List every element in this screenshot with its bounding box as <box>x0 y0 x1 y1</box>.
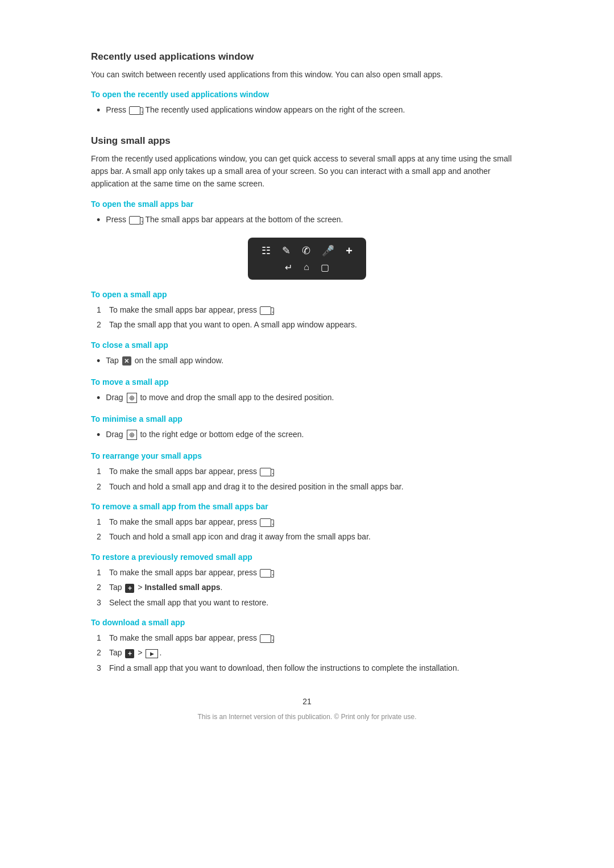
num-1b: 2 <box>97 318 109 331</box>
using-small-apps-intro: From the recently used applications wind… <box>91 152 523 190</box>
move-icon: ⊕ <box>127 393 137 403</box>
page-number: 21 <box>91 697 523 706</box>
subsection-remove-small-app-title: To remove a small app from the small app… <box>91 502 523 511</box>
plus-icon: + <box>125 584 134 593</box>
subsection-restore-small-app-title: To restore a previously removed small ap… <box>91 553 523 562</box>
numbered-item-4a: 1 To make the small apps bar appear, pre… <box>97 566 523 579</box>
numbered-item-5c: 3 Find a small app that you want to down… <box>97 662 523 674</box>
bullet-open-small-apps-bar: • Press . The small apps bar appears at … <box>91 213 523 227</box>
pencil-icon: ✎ <box>282 244 291 257</box>
move-icon-2: ⊕ <box>127 430 137 440</box>
bullet-dot-2: • <box>97 213 100 227</box>
numbered-download-small-app: 1 To make the small apps bar appear, pre… <box>91 632 523 674</box>
bullet-close-small-app-text: Tap ✕ on the small app window. <box>106 354 223 367</box>
num-1a: 1 <box>97 304 109 316</box>
num-5c: 3 <box>97 662 109 674</box>
grid-icon: ☷ <box>262 244 271 257</box>
numbered-rearrange-small-apps: 1 To make the small apps bar appear, pre… <box>91 465 523 493</box>
num-5a: 1 <box>97 632 109 644</box>
text-1a: To make the small apps bar appear, press… <box>109 304 274 316</box>
footer-text: This is an Internet version of this publ… <box>91 713 523 721</box>
page: Recently used applications window You ca… <box>0 0 614 868</box>
numbered-item-4c: 3 Select the small app that you want to … <box>97 596 523 609</box>
numbered-open-small-app: 1 To make the small apps bar appear, pre… <box>91 304 523 331</box>
bullet-close-small-app: • Tap ✕ on the small app window. <box>91 354 523 368</box>
subsection-minimise-small-app-title: To minimise a small app <box>91 414 523 423</box>
text-5c: Find a small app that you want to downlo… <box>109 662 459 674</box>
back-arrow-icon: ↵ <box>285 262 292 273</box>
subsection-rearrange-small-apps-title: To rearrange your small apps <box>91 451 523 460</box>
window-icon: ▢ <box>321 262 329 273</box>
bullet-minimise-small-app: • Drag ⊕ to the right edge or bottom edg… <box>91 428 523 442</box>
rect-button-icon-6 <box>260 569 271 578</box>
text-3a: To make the small apps bar appear, press… <box>109 516 274 528</box>
text-2a: To make the small apps bar appear, press… <box>109 465 274 477</box>
subsection-download-small-app-title: To download a small app <box>91 618 523 627</box>
bullet-move-small-app: • Drag ⊕ to move and drop the small app … <box>91 391 523 405</box>
num-4c: 3 <box>97 596 109 609</box>
subsection-close-small-app-title: To close a small app <box>91 340 523 350</box>
store-icon: ▶ <box>146 649 158 658</box>
num-2b: 2 <box>97 480 109 493</box>
text-3b: Touch and hold a small app icon and drag… <box>109 530 371 543</box>
numbered-item-3b: 2 Touch and hold a small app icon and dr… <box>97 530 523 543</box>
subsection-move-small-app-title: To move a small app <box>91 377 523 387</box>
plus-bar-icon: + <box>346 244 352 258</box>
text-4a: To make the small apps bar appear, press… <box>109 566 274 579</box>
rect-button-icon-7 <box>260 634 271 643</box>
recently-used-title: Recently used applications window <box>91 51 523 63</box>
recently-used-intro: You can switch between recently used app… <box>91 68 523 81</box>
num-4a: 1 <box>97 566 109 579</box>
numbered-restore-small-app: 1 To make the small apps bar appear, pre… <box>91 566 523 609</box>
num-2a: 1 <box>97 465 109 477</box>
numbered-item-3a: 1 To make the small apps bar appear, pre… <box>97 516 523 528</box>
numbered-item-1b: 2 Tap the small app that you want to ope… <box>97 318 523 331</box>
numbered-item-2b: 2 Touch and hold a small app and drag it… <box>97 480 523 493</box>
num-3a: 1 <box>97 516 109 528</box>
bullet-open-small-apps-bar-text: Press . The small apps bar appears at th… <box>106 213 343 226</box>
num-4b: 2 <box>97 581 109 593</box>
bullet-dot: • <box>97 103 100 118</box>
numbered-item-5b: 2 Tap + > ▶. <box>97 646 523 659</box>
rect-button-icon-2 <box>129 216 140 225</box>
using-small-apps-title: Using small apps <box>91 135 523 147</box>
rect-button-icon-4 <box>260 468 271 476</box>
using-small-apps-section: Using small apps From the recently used … <box>91 135 523 675</box>
timer-icon: ✆ <box>302 244 310 257</box>
rect-button-icon <box>129 106 140 115</box>
text-2b: Touch and hold a small app and drag it t… <box>109 480 404 493</box>
bullet-minimise-small-app-text: Drag ⊕ to the right edge or bottom edge … <box>106 428 304 441</box>
plus-icon-2: + <box>125 649 134 658</box>
text-5a: To make the small apps bar appear, press… <box>109 632 274 644</box>
numbered-item-5a: 1 To make the small apps bar appear, pre… <box>97 632 523 644</box>
text-1b: Tap the small app that you want to open.… <box>109 318 357 331</box>
bullet-open-recently-used: • Press . The recently used applications… <box>91 103 523 118</box>
bullet-move-small-app-text: Drag ⊕ to move and drop the small app to… <box>106 391 334 404</box>
subsection-open-small-apps-bar-title: To open the small apps bar <box>91 200 523 209</box>
bullet-dot-3: • <box>97 354 100 368</box>
home-icon: ⌂ <box>304 262 309 272</box>
numbered-remove-small-app: 1 To make the small apps bar appear, pre… <box>91 516 523 543</box>
bullet-dot-4: • <box>97 391 100 405</box>
bullet-open-recently-used-text: Press . The recently used applications w… <box>106 103 405 116</box>
num-5b: 2 <box>97 646 109 659</box>
subsection-open-small-app-title: To open a small app <box>91 290 523 299</box>
recently-used-section: Recently used applications window You ca… <box>91 51 523 118</box>
numbered-item-1a: 1 To make the small apps bar appear, pre… <box>97 304 523 316</box>
subsection-open-recently-used-title: To open the recently used applications w… <box>91 90 523 99</box>
text-5b: Tap + > ▶. <box>109 646 161 659</box>
num-3b: 2 <box>97 530 109 543</box>
text-4c: Select the small app that you want to re… <box>109 596 268 609</box>
rect-button-icon-3 <box>260 306 271 315</box>
small-apps-bar-image: ☷ ✎ ✆ 🎤 + ↵ ⌂ ▢ <box>91 238 523 280</box>
text-4b: Tap + > Installed small apps. <box>109 581 222 593</box>
x-icon: ✕ <box>122 356 131 366</box>
rect-button-icon-5 <box>260 518 271 527</box>
microphone-icon: 🎤 <box>322 244 334 257</box>
bullet-dot-5: • <box>97 428 100 442</box>
numbered-item-2a: 1 To make the small apps bar appear, pre… <box>97 465 523 477</box>
numbered-item-4b: 2 Tap + > Installed small apps. <box>97 581 523 593</box>
